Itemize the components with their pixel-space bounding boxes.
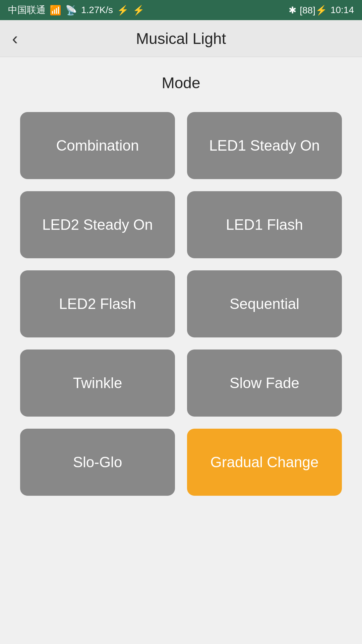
- mode-label: Mode: [20, 74, 342, 92]
- status-bar: 中国联通 📶 📡 1.27K/s ⚡ ⚡ ✱ [88]⚡ 10:14: [0, 0, 362, 20]
- battery-text: [88]⚡: [300, 5, 327, 16]
- mode-button-led2-steady-on[interactable]: LED2 Steady On: [20, 191, 175, 258]
- page-title: Musical Light: [136, 30, 226, 48]
- nav-bar: ‹ Musical Light: [0, 20, 362, 57]
- mode-button-grid: CombinationLED1 Steady OnLED2 Steady OnL…: [20, 112, 342, 496]
- mode-button-slo-glo[interactable]: Slo-Glo: [20, 429, 175, 496]
- signal-icon: 📶: [50, 5, 61, 16]
- status-left: 中国联通 📶 📡 1.27K/s ⚡ ⚡: [8, 4, 144, 16]
- mode-button-led1-flash[interactable]: LED1 Flash: [187, 191, 342, 258]
- wifi-icon: 📡: [65, 5, 77, 16]
- mode-button-gradual-change[interactable]: Gradual Change: [187, 429, 342, 496]
- mode-button-led2-flash[interactable]: LED2 Flash: [20, 270, 175, 337]
- speed-text: 1.27K/s: [81, 5, 113, 15]
- mode-button-led1-steady-on[interactable]: LED1 Steady On: [187, 112, 342, 179]
- battery-level: 88: [302, 5, 313, 15]
- status-right: ✱ [88]⚡ 10:14: [289, 5, 354, 16]
- mode-button-sequential[interactable]: Sequential: [187, 270, 342, 337]
- back-button[interactable]: ‹: [12, 30, 18, 47]
- usb-icon: ⚡: [117, 5, 129, 16]
- mode-button-slow-fade[interactable]: Slow Fade: [187, 350, 342, 417]
- mode-button-twinkle[interactable]: Twinkle: [20, 350, 175, 417]
- bluetooth-icon: ✱: [289, 5, 296, 16]
- mode-button-combination[interactable]: Combination: [20, 112, 175, 179]
- time-text: 10:14: [330, 5, 354, 15]
- carrier-text: 中国联通: [8, 4, 46, 16]
- main-content: Mode CombinationLED1 Steady OnLED2 Stead…: [0, 57, 362, 516]
- flash-icon: ⚡: [133, 5, 144, 16]
